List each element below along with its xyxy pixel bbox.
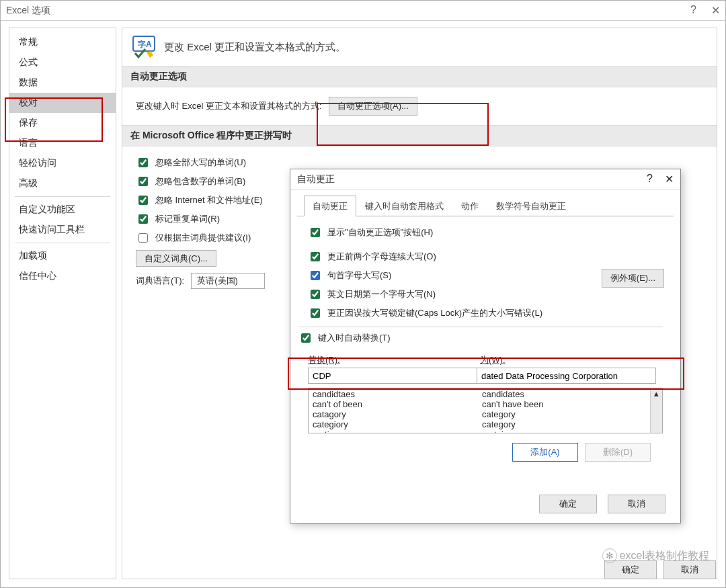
- window-footer: 确定 取消: [604, 560, 716, 579]
- chk-cap-days[interactable]: 英文日期第一个字母大写(N): [308, 285, 663, 304]
- autocorrect-list[interactable]: candidtaes can't of been catagory categi…: [308, 388, 663, 433]
- list-scrollbar[interactable]: ▴: [650, 388, 662, 433]
- titlebar: Excel 选项 ? ✕: [1, 1, 725, 21]
- list-item[interactable]: can't have been: [482, 400, 646, 410]
- sidebar-item-advanced[interactable]: 高级: [9, 173, 116, 194]
- watermark: ✻ excel表格制作教程: [602, 548, 709, 563]
- window-title: Excel 选项: [6, 5, 50, 17]
- dialog-ok-button[interactable]: 确定: [539, 495, 597, 513]
- chk-capslock[interactable]: 更正因误按大写锁定键(Caps Lock)产生的大小写错误(L): [308, 304, 663, 323]
- sidebar-item-qat[interactable]: 快速访问工具栏: [9, 220, 116, 240]
- chk-show-autocorrect-btn[interactable]: 显示"自动更正选项"按钮(H): [308, 223, 663, 242]
- autocorrect-options-button[interactable]: 自动更正选项(A)...: [329, 97, 417, 116]
- list-item[interactable]: candidtaes: [313, 390, 474, 400]
- sidebar: 常规 公式 数据 校对 保存 语言 轻松访问 高级 自定义功能区 快速访问工具栏…: [9, 28, 116, 579]
- window-ok-button[interactable]: 确定: [604, 560, 657, 579]
- input-with[interactable]: [477, 368, 656, 384]
- dialog-title: 自动更正: [297, 173, 335, 185]
- tab-actions[interactable]: 动作: [452, 196, 487, 216]
- dialog-close-icon[interactable]: ✕: [665, 173, 674, 185]
- list-item[interactable]: category: [482, 420, 646, 430]
- sidebar-item-data[interactable]: 数据: [9, 73, 116, 93]
- chk-two-initial-caps[interactable]: 更正前两个字母连续大写(O): [308, 247, 663, 266]
- sidebar-item-ease[interactable]: 轻松访问: [9, 153, 116, 173]
- list-item[interactable]: can't of been: [313, 400, 474, 410]
- chk-replace-as-type[interactable]: 键入时自动替换(T): [298, 329, 663, 347]
- sidebar-separator: [15, 243, 110, 243]
- tab-autocorrect[interactable]: 自动更正: [304, 196, 356, 216]
- sidebar-item-general[interactable]: 常规: [9, 32, 116, 52]
- list-item[interactable]: candidates: [482, 390, 646, 400]
- list-item[interactable]: certain: [482, 430, 646, 433]
- autocorrect-dialog: 自动更正 ? ✕ 自动更正 键入时自动套用格式 动作 数学符号自动更正 显示"自…: [290, 169, 681, 523]
- sidebar-item-addins[interactable]: 加载项: [9, 246, 116, 266]
- sidebar-item-proofing[interactable]: 校对: [9, 93, 116, 113]
- page-title: 更改 Excel 更正和设置文本格式的方式。: [164, 41, 346, 54]
- svg-text:字A: 字A: [138, 40, 152, 49]
- tab-math[interactable]: 数学符号自动更正: [487, 196, 575, 216]
- dict-lang-select[interactable]: 英语(美国): [191, 273, 265, 289]
- list-item[interactable]: catagory: [313, 410, 474, 420]
- dialog-footer: 确定 取消: [290, 485, 680, 523]
- sidebar-item-formulas[interactable]: 公式: [9, 52, 116, 73]
- label-replace: 替换(R):: [308, 354, 480, 366]
- section-head-spell: 在 Microsoft Office 程序中更正拼写时: [122, 125, 717, 146]
- label-with: 为(W):: [480, 354, 506, 366]
- options-window: Excel 选项 ? ✕ 常规 公式 数据 校对 保存 语言 轻松访问 高级 自…: [0, 0, 726, 588]
- wechat-icon: ✻: [602, 548, 617, 563]
- dialog-tabs: 自动更正 键入时自动套用格式 动作 数学符号自动更正: [297, 190, 674, 216]
- autocorrect-desc: 更改键入时 Excel 更正文本和设置其格式的方式:: [136, 100, 322, 112]
- sidebar-item-trust[interactable]: 信任中心: [9, 266, 116, 286]
- input-replace[interactable]: [308, 368, 477, 384]
- exceptions-button[interactable]: 例外项(E)...: [602, 269, 664, 288]
- custom-dict-button[interactable]: 自定义词典(C)...: [136, 250, 216, 267]
- page-title-row: 字A 更改 Excel 更正和设置文本格式的方式。: [122, 28, 717, 66]
- add-button[interactable]: 添加(A): [512, 443, 578, 462]
- dict-lang-label: 词典语言(T):: [136, 275, 184, 287]
- dialog-cancel-button[interactable]: 取消: [608, 495, 666, 513]
- sidebar-separator: [15, 196, 110, 197]
- close-icon[interactable]: ✕: [711, 4, 720, 17]
- list-item[interactable]: certian: [313, 430, 474, 433]
- section-head-autocorrect: 自动更正选项: [122, 66, 717, 87]
- sidebar-item-language[interactable]: 语言: [9, 133, 116, 153]
- chevron-up-icon[interactable]: ▴: [654, 388, 659, 398]
- help-icon[interactable]: ?: [690, 4, 696, 17]
- spellcheck-icon: 字A: [132, 35, 156, 59]
- delete-button: 删除(D): [585, 443, 651, 462]
- list-item[interactable]: category: [482, 410, 646, 420]
- tab-autoformat[interactable]: 键入时自动套用格式: [356, 196, 452, 216]
- sidebar-item-save[interactable]: 保存: [9, 113, 116, 133]
- list-item[interactable]: categiory: [313, 420, 474, 430]
- sidebar-item-customize-ribbon[interactable]: 自定义功能区: [9, 200, 116, 220]
- window-cancel-button[interactable]: 取消: [663, 560, 716, 579]
- dialog-titlebar: 自动更正 ? ✕: [290, 169, 680, 190]
- dialog-help-icon[interactable]: ?: [647, 173, 653, 185]
